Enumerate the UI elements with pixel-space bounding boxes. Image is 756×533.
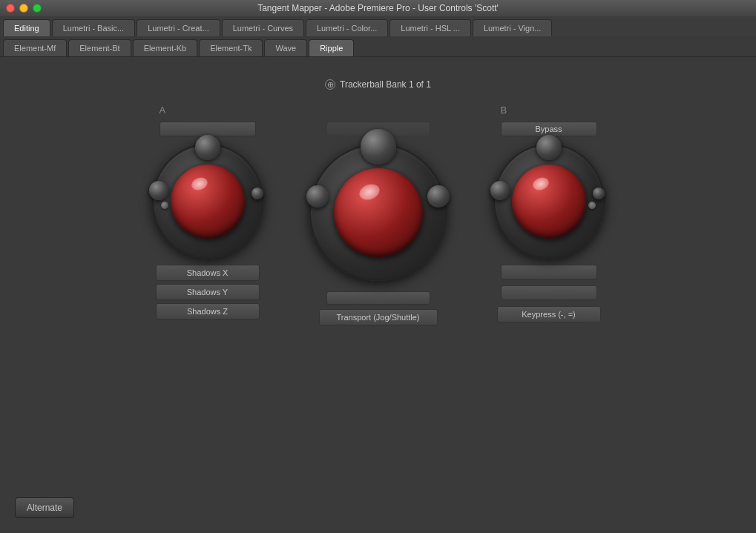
trackball-a-housing[interactable] bbox=[152, 144, 263, 259]
unit-a-controls: Shadows X Shadows Y Shadows Z bbox=[156, 265, 260, 320]
tab-row-1: Editing Lumetri - Basic... Lumetri - Cre… bbox=[0, 16, 756, 36]
trackball-b-housing[interactable] bbox=[493, 144, 605, 259]
unit-b-label: B bbox=[501, 105, 507, 116]
unit-a-label: A bbox=[160, 105, 166, 116]
trackball-a-sat-right bbox=[252, 188, 263, 199]
trackball-center-housing[interactable] bbox=[309, 144, 447, 281]
tab-ripple[interactable]: Ripple bbox=[309, 39, 354, 56]
unit-b-empty-2[interactable] bbox=[501, 285, 597, 300]
maximize-button[interactable] bbox=[33, 4, 42, 13]
tab-wave[interactable]: Wave bbox=[264, 39, 307, 56]
trackball-unit-center: C Transport (Jog/Shuttle) bbox=[315, 105, 441, 325]
trackball-a-sat-left bbox=[149, 181, 168, 200]
unit-center-bottom-bar[interactable] bbox=[326, 291, 430, 305]
minimize-button[interactable] bbox=[19, 4, 28, 13]
trackballs-container: A Shadows X Shadows Y Shadows Z C bbox=[145, 105, 612, 325]
close-button[interactable] bbox=[6, 4, 15, 13]
unit-b-controls: Keypress (-, =) bbox=[497, 265, 601, 322]
trackball-unit-b: B Bypass Keypress (-, =) bbox=[486, 105, 612, 322]
bank-header: ⊕ Trackerball Bank 1 of 1 bbox=[325, 79, 431, 90]
alternate-button[interactable]: Alternate bbox=[15, 497, 74, 518]
keypress-button[interactable]: Keypress (-, =) bbox=[497, 306, 601, 322]
unit-b-empty-1[interactable] bbox=[501, 265, 597, 279]
tab-row-2: Element-Mf Element-Bt Element-Kb Element… bbox=[0, 36, 756, 57]
tab-lumetri-color[interactable]: Lumetri - Color... bbox=[306, 19, 388, 36]
unit-a-top-label[interactable] bbox=[160, 122, 256, 136]
main-content: ⊕ Trackerball Bank 1 of 1 A Shadows X Sh… bbox=[0, 57, 756, 325]
shadows-z-button[interactable]: Shadows Z bbox=[156, 303, 260, 320]
tab-element-kb[interactable]: Element-Kb bbox=[133, 39, 197, 56]
tab-lumetri-basic[interactable]: Lumetri - Basic... bbox=[52, 19, 136, 36]
window-controls[interactable] bbox=[6, 4, 42, 13]
shadows-x-button[interactable]: Shadows X bbox=[156, 265, 260, 281]
tab-lumetri-hsl[interactable]: Lumetri - HSL ... bbox=[389, 19, 471, 36]
transport-button[interactable]: Transport (Jog/Shuttle) bbox=[319, 309, 438, 325]
trackball-b-sat-top bbox=[536, 135, 562, 160]
trackball-a-ball[interactable] bbox=[171, 165, 245, 239]
tab-element-bt[interactable]: Element-Bt bbox=[68, 39, 131, 56]
tab-lumetri-vign[interactable]: Lumetri - Vign... bbox=[473, 19, 552, 36]
trackball-center-sat-right bbox=[427, 185, 450, 208]
bank-label: Trackerball Bank 1 of 1 bbox=[340, 79, 431, 90]
trackball-b-sat-left bbox=[490, 181, 510, 200]
trackball-a-sat-top bbox=[195, 135, 220, 160]
trackball-b-dot-right[interactable] bbox=[588, 202, 596, 209]
trackball-a-dot-left[interactable] bbox=[161, 202, 168, 209]
trackball-unit-a: A Shadows X Shadows Y Shadows Z bbox=[145, 105, 271, 320]
bypass-button[interactable]: Bypass bbox=[501, 122, 597, 136]
title-bar: Tangent Mapper - Adobe Premiere Pro - Us… bbox=[0, 0, 756, 16]
trackball-center-ball[interactable] bbox=[334, 168, 423, 257]
add-bank-icon[interactable]: ⊕ bbox=[325, 79, 335, 90]
window-title: Tangent Mapper - Adobe Premiere Pro - Us… bbox=[257, 3, 499, 13]
trackball-center-sat-top bbox=[361, 129, 396, 165]
tab-editing[interactable]: Editing bbox=[3, 19, 50, 36]
tab-element-tk[interactable]: Element-Tk bbox=[199, 39, 263, 56]
trackball-b-sat-right bbox=[593, 188, 605, 199]
trackball-center-sat-left bbox=[306, 185, 329, 208]
tab-lumetri-creat[interactable]: Lumetri - Creat... bbox=[137, 19, 220, 36]
trackball-b-ball[interactable] bbox=[512, 165, 586, 239]
tab-lumetri-curves[interactable]: Lumetri - Curves bbox=[222, 19, 304, 36]
tab-element-mf[interactable]: Element-Mf bbox=[3, 39, 67, 56]
shadows-y-button[interactable]: Shadows Y bbox=[156, 284, 260, 300]
